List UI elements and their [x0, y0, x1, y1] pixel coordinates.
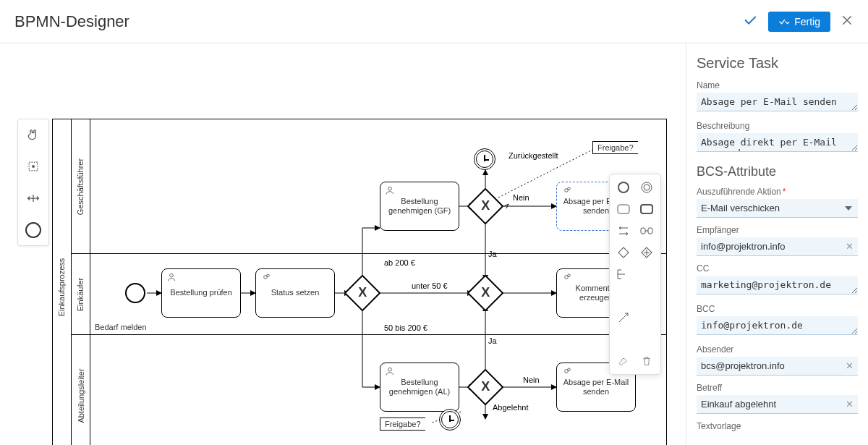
hand-tool-icon[interactable] [22, 124, 44, 145]
svg-point-15 [388, 187, 392, 190]
bpmn-pool[interactable]: Einkaufsprozess Geschäftsführer Einkäufe… [52, 119, 667, 445]
user-task-icon [166, 272, 176, 284]
task-genehmigen-gf[interactable]: Bestellung genehmigen (GF) [380, 182, 459, 231]
service-task-icon [260, 272, 271, 284]
annotation-freigabe-top[interactable]: Freigabe? [592, 141, 638, 154]
edge-label-unter50: unter 50 € [412, 281, 448, 290]
done-button-label: Fertig [794, 16, 820, 27]
svg-point-23 [618, 182, 629, 192]
task-bestellung-pruefen[interactable]: Bestellung prüfen [161, 268, 241, 318]
context-pad [609, 174, 661, 375]
app-title: BPMN-Designer [14, 12, 129, 31]
ctx-task-icon[interactable] [614, 200, 633, 218]
subj-input[interactable] [697, 395, 858, 414]
ctx-callactivity-icon[interactable] [637, 200, 656, 218]
ctx-connect-icon[interactable] [614, 309, 633, 326]
ctx-replace-icon[interactable] [614, 222, 633, 240]
edge-label-nein-al: Nein [523, 376, 540, 384]
service-task-icon [561, 185, 571, 198]
svg-rect-27 [641, 205, 652, 213]
lane-gf-title: Geschäftsführer [72, 119, 90, 253]
edge-label-ja-gf: Ja [488, 250, 497, 258]
lane-hint: Bedarf melden [95, 323, 147, 331]
svg-point-25 [644, 185, 650, 190]
svg-point-19 [568, 274, 571, 277]
properties-panel: Service Task Name Absage per E-Mail send… [686, 43, 868, 445]
from-input[interactable] [697, 357, 858, 376]
lane-einkaeufer-title: Einkäufer [72, 254, 90, 334]
svg-point-17 [568, 187, 571, 190]
ctx-wrench-icon[interactable] [614, 352, 633, 370]
edge-label-nein-gf: Nein [513, 193, 529, 202]
to-label: Empfänger [697, 225, 858, 235]
svg-point-24 [642, 182, 652, 192]
done-button[interactable]: Fertig [768, 12, 830, 32]
lasso-tool-icon[interactable] [22, 156, 44, 177]
svg-rect-26 [618, 205, 629, 213]
start-event[interactable] [125, 283, 145, 303]
pool-title[interactable]: Einkaufsprozess [53, 119, 72, 445]
ctx-gateway-xor-icon[interactable] [614, 244, 633, 261]
ctx-annotation-icon[interactable] [614, 266, 633, 283]
from-label: Absender [697, 344, 858, 355]
ctx-append-icon[interactable] [637, 222, 656, 240]
apply-icon[interactable] [742, 12, 758, 30]
panel-title: Service Task [697, 55, 858, 72]
edge-label-zurueck: Zurückgestellt [509, 151, 558, 160]
section-bcs: BCS-Attribute [697, 164, 858, 179]
svg-point-22 [568, 368, 571, 371]
ctx-end-event-icon[interactable] [614, 179, 633, 196]
edge-label-ja-al: Ja [488, 336, 497, 345]
task-genehmigen-al[interactable]: Bestellung genehmigen (AL) [380, 363, 459, 412]
start-event-tool-icon[interactable] [22, 219, 44, 241]
bcc-label: BCC [697, 304, 858, 314]
user-task-icon [385, 185, 395, 198]
edge-label-50bis200: 50 bis 200 € [384, 323, 427, 332]
subj-clear-icon[interactable]: ✕ [846, 399, 854, 410]
space-tool-icon[interactable] [22, 187, 44, 209]
desc-label: Beschreibung [697, 121, 858, 131]
tool-palette [17, 119, 49, 246]
task-status-setzen[interactable]: Status setzen [255, 268, 335, 318]
name-input[interactable]: Absage per E-Mail senden [697, 93, 858, 111]
action-select[interactable]: E-Mail verschicken [697, 199, 858, 218]
tmpl-label: Textvorlage [697, 421, 858, 431]
ctx-intermediate-event-icon[interactable] [637, 179, 656, 196]
cc-label: CC [697, 263, 858, 274]
timer-event-top[interactable] [474, 148, 495, 170]
name-label: Name [697, 80, 858, 90]
from-clear-icon[interactable]: ✕ [846, 360, 854, 371]
to-clear-icon[interactable]: ✕ [846, 241, 854, 252]
edge-label-abgelehnt: Abgelehnt [493, 403, 529, 412]
app-header: BPMN-Designer Fertig [0, 0, 868, 43]
ctx-trash-icon[interactable] [637, 352, 656, 370]
close-button[interactable] [841, 14, 854, 29]
cc-input[interactable]: marketing@projektron.de [697, 276, 858, 294]
desc-input[interactable]: Absage direkt per E-Mail versenden [697, 133, 858, 152]
svg-point-12 [170, 274, 174, 277]
bcc-input[interactable]: info@projektron.de [697, 316, 858, 335]
svg-point-20 [388, 368, 392, 371]
svg-rect-28 [641, 228, 645, 234]
service-task-icon [561, 272, 571, 284]
subj-label: Betreff [697, 383, 858, 393]
action-label: Auszuführende Aktion [697, 187, 858, 197]
to-input[interactable] [697, 237, 858, 256]
lane-al-title: Abteilungsleiter [72, 335, 90, 445]
svg-rect-29 [648, 228, 652, 234]
svg-rect-31 [618, 247, 629, 258]
edge-label-ab200: ab 200 € [384, 258, 415, 267]
timer-event-bottom[interactable] [439, 409, 461, 431]
ctx-gateway-icon[interactable] [637, 244, 656, 261]
diagram-canvas[interactable]: Einkaufsprozess Geschäftsführer Einkäufe… [0, 43, 686, 445]
svg-point-14 [267, 274, 270, 277]
service-task-icon [561, 366, 571, 378]
annotation-freigabe-bottom[interactable]: Freigabe? [380, 418, 425, 431]
user-task-icon [385, 366, 395, 378]
